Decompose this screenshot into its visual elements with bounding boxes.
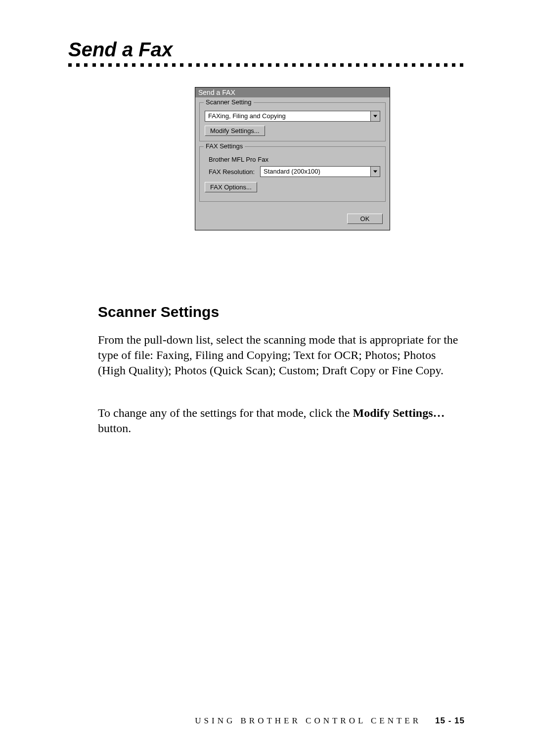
fax-options-button[interactable]: FAX Options... <box>205 182 257 192</box>
page-footer: USING BROTHER CONTROL CENTER 15 - 15 <box>0 716 534 726</box>
modify-settings-button[interactable]: Modify Settings... <box>205 126 265 136</box>
send-fax-dialog: Send a FAX Scanner Setting FAXing, Filin… <box>195 87 390 230</box>
scanner-setting-legend: Scanner Setting <box>204 98 254 106</box>
para2-part-c: button. <box>98 422 131 435</box>
fax-brand-label: Brother MFL Pro Fax <box>209 156 380 163</box>
divider-dots <box>68 63 464 68</box>
para2-bold: Modify Settings… <box>353 406 445 419</box>
fax-resolution-row: FAX Resolution: Standard (200x100) <box>209 166 380 177</box>
scan-mode-value: FAXing, Filing and Copying <box>205 111 370 122</box>
body-paragraph-2: To change any of the settings for that m… <box>98 405 464 436</box>
scan-mode-dropdown[interactable]: FAXing, Filing and Copying <box>205 111 380 122</box>
fax-settings-legend: FAX Settings <box>204 142 245 150</box>
svg-marker-0 <box>373 115 377 118</box>
scanner-settings-heading: Scanner Settings <box>98 304 219 320</box>
chevron-down-icon[interactable] <box>370 111 380 122</box>
footer-page-number: 15 - 15 <box>435 716 465 725</box>
dialog-button-row: OK <box>195 205 390 230</box>
page: Send a Fax Send a FAX Scanner Setting FA… <box>0 0 534 756</box>
chevron-down-icon[interactable] <box>370 166 380 177</box>
para2-part-a: To change any of the settings for that m… <box>98 406 353 419</box>
fax-resolution-dropdown[interactable]: Standard (200x100) <box>260 166 380 177</box>
ok-button[interactable]: OK <box>347 214 383 224</box>
body-paragraph-1: From the pull-down list, select the scan… <box>98 332 464 378</box>
scanner-setting-group: Scanner Setting FAXing, Filing and Copyi… <box>199 102 386 141</box>
fax-settings-group: FAX Settings Brother MFL Pro Fax FAX Res… <box>199 146 386 202</box>
footer-text: USING BROTHER CONTROL CENTER <box>195 716 421 725</box>
dialog-titlebar: Send a FAX <box>195 88 390 97</box>
svg-marker-1 <box>373 171 377 173</box>
fax-resolution-value: Standard (200x100) <box>260 166 370 177</box>
section-heading: Send a Fax <box>68 39 173 61</box>
fax-resolution-label: FAX Resolution: <box>209 168 260 176</box>
